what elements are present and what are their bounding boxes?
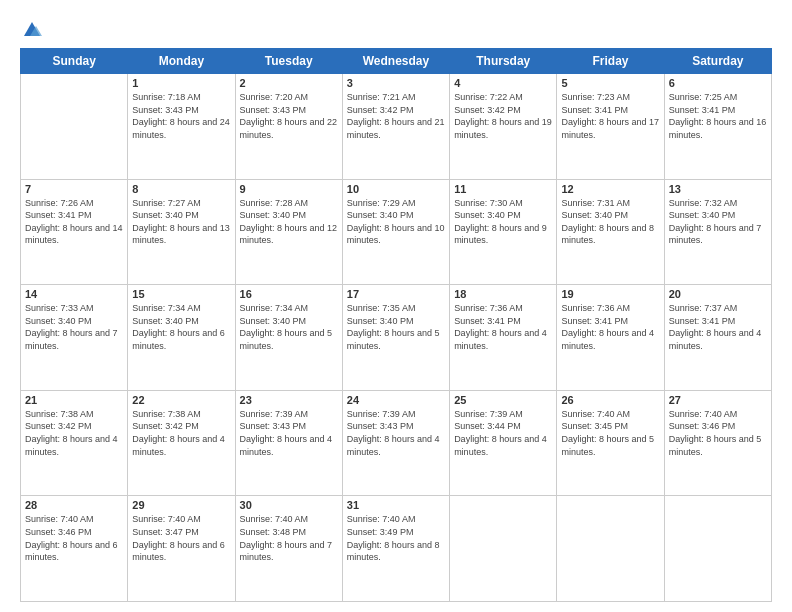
day-number: 9 [240, 183, 338, 195]
calendar-cell: 1Sunrise: 7:18 AMSunset: 3:43 PMDaylight… [128, 74, 235, 180]
calendar-cell [21, 74, 128, 180]
weekday-header-row: SundayMondayTuesdayWednesdayThursdayFrid… [21, 49, 772, 74]
day-number: 19 [561, 288, 659, 300]
calendar-cell: 16Sunrise: 7:34 AMSunset: 3:40 PMDayligh… [235, 285, 342, 391]
calendar-cell: 5Sunrise: 7:23 AMSunset: 3:41 PMDaylight… [557, 74, 664, 180]
calendar-cell: 6Sunrise: 7:25 AMSunset: 3:41 PMDaylight… [664, 74, 771, 180]
calendar-cell: 9Sunrise: 7:28 AMSunset: 3:40 PMDaylight… [235, 179, 342, 285]
day-number: 23 [240, 394, 338, 406]
day-info: Sunrise: 7:22 AMSunset: 3:42 PMDaylight:… [454, 91, 552, 141]
calendar-cell: 28Sunrise: 7:40 AMSunset: 3:46 PMDayligh… [21, 496, 128, 602]
day-number: 16 [240, 288, 338, 300]
day-number: 22 [132, 394, 230, 406]
calendar-cell: 21Sunrise: 7:38 AMSunset: 3:42 PMDayligh… [21, 390, 128, 496]
day-info: Sunrise: 7:28 AMSunset: 3:40 PMDaylight:… [240, 197, 338, 247]
day-info: Sunrise: 7:18 AMSunset: 3:43 PMDaylight:… [132, 91, 230, 141]
calendar-cell: 22Sunrise: 7:38 AMSunset: 3:42 PMDayligh… [128, 390, 235, 496]
logo-icon [22, 18, 42, 38]
day-info: Sunrise: 7:21 AMSunset: 3:42 PMDaylight:… [347, 91, 445, 141]
calendar-cell: 13Sunrise: 7:32 AMSunset: 3:40 PMDayligh… [664, 179, 771, 285]
calendar-cell [557, 496, 664, 602]
week-row-0: 1Sunrise: 7:18 AMSunset: 3:43 PMDaylight… [21, 74, 772, 180]
logo [20, 18, 42, 38]
day-info: Sunrise: 7:30 AMSunset: 3:40 PMDaylight:… [454, 197, 552, 247]
weekday-header-sunday: Sunday [21, 49, 128, 74]
weekday-header-thursday: Thursday [450, 49, 557, 74]
calendar-cell: 17Sunrise: 7:35 AMSunset: 3:40 PMDayligh… [342, 285, 449, 391]
week-row-2: 14Sunrise: 7:33 AMSunset: 3:40 PMDayligh… [21, 285, 772, 391]
calendar-cell: 7Sunrise: 7:26 AMSunset: 3:41 PMDaylight… [21, 179, 128, 285]
calendar-cell [664, 496, 771, 602]
day-number: 10 [347, 183, 445, 195]
day-number: 15 [132, 288, 230, 300]
day-number: 1 [132, 77, 230, 89]
day-number: 30 [240, 499, 338, 511]
day-number: 26 [561, 394, 659, 406]
day-info: Sunrise: 7:40 AMSunset: 3:48 PMDaylight:… [240, 513, 338, 563]
day-number: 14 [25, 288, 123, 300]
day-info: Sunrise: 7:36 AMSunset: 3:41 PMDaylight:… [454, 302, 552, 352]
day-info: Sunrise: 7:38 AMSunset: 3:42 PMDaylight:… [132, 408, 230, 458]
day-number: 17 [347, 288, 445, 300]
day-number: 3 [347, 77, 445, 89]
day-number: 13 [669, 183, 767, 195]
day-info: Sunrise: 7:38 AMSunset: 3:42 PMDaylight:… [25, 408, 123, 458]
day-info: Sunrise: 7:39 AMSunset: 3:44 PMDaylight:… [454, 408, 552, 458]
day-info: Sunrise: 7:29 AMSunset: 3:40 PMDaylight:… [347, 197, 445, 247]
day-info: Sunrise: 7:23 AMSunset: 3:41 PMDaylight:… [561, 91, 659, 141]
day-info: Sunrise: 7:40 AMSunset: 3:49 PMDaylight:… [347, 513, 445, 563]
weekday-header-monday: Monday [128, 49, 235, 74]
calendar-cell: 19Sunrise: 7:36 AMSunset: 3:41 PMDayligh… [557, 285, 664, 391]
day-info: Sunrise: 7:32 AMSunset: 3:40 PMDaylight:… [669, 197, 767, 247]
page: SundayMondayTuesdayWednesdayThursdayFrid… [0, 0, 792, 612]
day-number: 28 [25, 499, 123, 511]
day-info: Sunrise: 7:37 AMSunset: 3:41 PMDaylight:… [669, 302, 767, 352]
day-info: Sunrise: 7:40 AMSunset: 3:46 PMDaylight:… [25, 513, 123, 563]
day-number: 2 [240, 77, 338, 89]
calendar-cell: 2Sunrise: 7:20 AMSunset: 3:43 PMDaylight… [235, 74, 342, 180]
day-number: 6 [669, 77, 767, 89]
day-info: Sunrise: 7:34 AMSunset: 3:40 PMDaylight:… [240, 302, 338, 352]
calendar-cell: 25Sunrise: 7:39 AMSunset: 3:44 PMDayligh… [450, 390, 557, 496]
day-number: 31 [347, 499, 445, 511]
calendar-cell: 3Sunrise: 7:21 AMSunset: 3:42 PMDaylight… [342, 74, 449, 180]
day-number: 12 [561, 183, 659, 195]
day-number: 24 [347, 394, 445, 406]
calendar-cell: 20Sunrise: 7:37 AMSunset: 3:41 PMDayligh… [664, 285, 771, 391]
week-row-1: 7Sunrise: 7:26 AMSunset: 3:41 PMDaylight… [21, 179, 772, 285]
calendar-cell: 23Sunrise: 7:39 AMSunset: 3:43 PMDayligh… [235, 390, 342, 496]
day-info: Sunrise: 7:25 AMSunset: 3:41 PMDaylight:… [669, 91, 767, 141]
day-number: 20 [669, 288, 767, 300]
day-info: Sunrise: 7:39 AMSunset: 3:43 PMDaylight:… [240, 408, 338, 458]
day-number: 21 [25, 394, 123, 406]
day-number: 7 [25, 183, 123, 195]
day-number: 18 [454, 288, 552, 300]
week-row-4: 28Sunrise: 7:40 AMSunset: 3:46 PMDayligh… [21, 496, 772, 602]
calendar-cell: 24Sunrise: 7:39 AMSunset: 3:43 PMDayligh… [342, 390, 449, 496]
calendar-cell: 27Sunrise: 7:40 AMSunset: 3:46 PMDayligh… [664, 390, 771, 496]
calendar-cell: 29Sunrise: 7:40 AMSunset: 3:47 PMDayligh… [128, 496, 235, 602]
day-info: Sunrise: 7:36 AMSunset: 3:41 PMDaylight:… [561, 302, 659, 352]
calendar-cell: 4Sunrise: 7:22 AMSunset: 3:42 PMDaylight… [450, 74, 557, 180]
day-info: Sunrise: 7:31 AMSunset: 3:40 PMDaylight:… [561, 197, 659, 247]
calendar-cell: 12Sunrise: 7:31 AMSunset: 3:40 PMDayligh… [557, 179, 664, 285]
weekday-header-saturday: Saturday [664, 49, 771, 74]
day-info: Sunrise: 7:34 AMSunset: 3:40 PMDaylight:… [132, 302, 230, 352]
day-info: Sunrise: 7:20 AMSunset: 3:43 PMDaylight:… [240, 91, 338, 141]
day-info: Sunrise: 7:33 AMSunset: 3:40 PMDaylight:… [25, 302, 123, 352]
day-number: 5 [561, 77, 659, 89]
day-info: Sunrise: 7:40 AMSunset: 3:46 PMDaylight:… [669, 408, 767, 458]
day-info: Sunrise: 7:39 AMSunset: 3:43 PMDaylight:… [347, 408, 445, 458]
calendar-table: SundayMondayTuesdayWednesdayThursdayFrid… [20, 48, 772, 602]
day-info: Sunrise: 7:40 AMSunset: 3:47 PMDaylight:… [132, 513, 230, 563]
calendar-cell: 15Sunrise: 7:34 AMSunset: 3:40 PMDayligh… [128, 285, 235, 391]
weekday-header-friday: Friday [557, 49, 664, 74]
calendar-cell [450, 496, 557, 602]
header [20, 18, 772, 38]
weekday-header-tuesday: Tuesday [235, 49, 342, 74]
day-number: 8 [132, 183, 230, 195]
day-number: 29 [132, 499, 230, 511]
calendar-cell: 11Sunrise: 7:30 AMSunset: 3:40 PMDayligh… [450, 179, 557, 285]
day-number: 27 [669, 394, 767, 406]
day-info: Sunrise: 7:27 AMSunset: 3:40 PMDaylight:… [132, 197, 230, 247]
